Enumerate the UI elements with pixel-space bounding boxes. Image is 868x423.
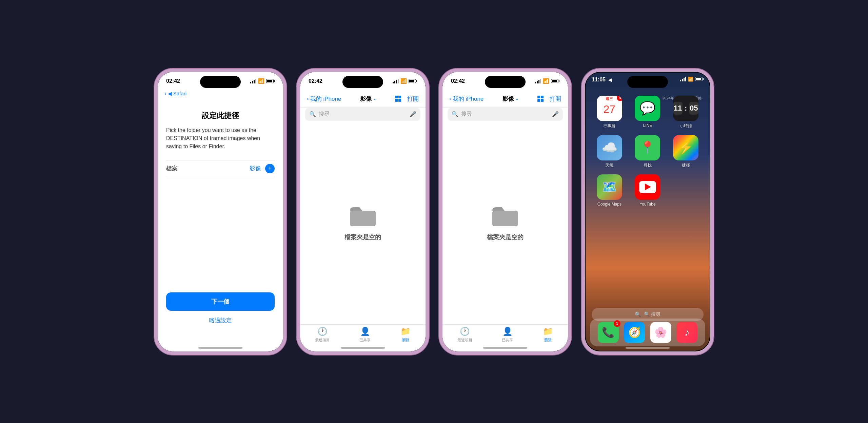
calendar-badge: 4 xyxy=(617,96,622,101)
youtube-icon[interactable] xyxy=(635,174,660,200)
photos-emoji: 🌸 xyxy=(654,326,667,338)
nav-title-2: 影像 ⌄ xyxy=(360,95,376,103)
phone-4: 11:05 ◀ 📶 2024年11月クイズ 最終 xyxy=(581,69,714,355)
weather-icon[interactable]: ☁️ xyxy=(597,135,622,160)
tab-recent-2[interactable]: 🕐 最近項目 xyxy=(315,327,330,343)
calendar-date: 27 xyxy=(597,103,622,116)
empty-folder-text-3: 檔案夾是空的 xyxy=(487,233,524,241)
folder-actions: 影像 + xyxy=(250,164,275,173)
dynamic-island-2 xyxy=(342,76,383,88)
tab-browse-3[interactable]: 📁 瀏覽 xyxy=(543,327,553,343)
time-2: 02:42 xyxy=(309,78,322,84)
search-bar-3[interactable]: 🔍 搜尋 🎤 xyxy=(448,108,563,121)
app-youtube-wrapper[interactable]: YouTube xyxy=(632,174,664,207)
wifi-icon-4: 📶 xyxy=(688,77,693,82)
time-1: 02:42 xyxy=(166,78,180,84)
location-icon-4: ◀ xyxy=(608,77,612,82)
status-icons-2: 📶 xyxy=(393,78,417,84)
folder-icon-3 xyxy=(492,204,519,228)
chevron-down-icon-2: ⌄ xyxy=(373,97,376,101)
app-weather-wrapper[interactable]: ☁️ 天氣 xyxy=(593,135,626,168)
signal-icon-4 xyxy=(680,77,686,81)
battery-icon-1 xyxy=(266,79,275,83)
home-search-icon: 🔍 xyxy=(635,311,641,318)
app-calendar-wrapper[interactable]: 週三 27 4 行事曆 xyxy=(593,96,626,129)
empty-folder-text-2: 檔案夾是空的 xyxy=(344,233,381,241)
nav-back-3[interactable]: ‹ 我的 iPhone xyxy=(449,95,484,103)
search-placeholder-3: 搜尋 xyxy=(461,111,472,118)
wifi-icon-1: 📶 xyxy=(258,78,264,84)
dock-photos-icon[interactable]: 🌸 xyxy=(650,322,671,343)
nav-right-3: 打開 xyxy=(537,95,561,103)
shortcuts-emoji: ⚡ xyxy=(678,140,693,155)
grid-view-button-2[interactable] xyxy=(395,96,401,102)
nav-title-3: 影像 ⌄ xyxy=(502,95,518,103)
tab-bar-2: 🕐 最近項目 👤 已共享 📁 瀏覽 xyxy=(300,324,426,345)
tab-recent-3[interactable]: 🕐 最近項目 xyxy=(457,327,472,343)
signal-icon-2 xyxy=(393,79,399,83)
search-bar-2[interactable]: 🔍 搜尋 🎤 xyxy=(305,108,420,121)
home-indicator-1 xyxy=(198,347,242,349)
app-find-wrapper[interactable]: 📍 尋找 xyxy=(632,135,664,168)
app-shortcuts-wrapper[interactable]: ⚡ 捷徑 xyxy=(670,135,702,168)
clock-widget[interactable]: 11 : 05 xyxy=(673,96,698,121)
nav-back-2[interactable]: ‹ 我的 iPhone xyxy=(307,95,341,103)
grid-view-button-3[interactable] xyxy=(537,96,544,102)
signal-icon-3 xyxy=(535,79,541,83)
line-icon[interactable]: 💬 xyxy=(635,96,660,121)
shortcuts-icon[interactable]: ⚡ xyxy=(673,135,698,160)
open-button-3[interactable]: 打開 xyxy=(550,95,561,103)
chevron-left-icon-1: ‹ xyxy=(164,90,166,97)
line-text: 💬 xyxy=(639,102,655,115)
tab-shared-2[interactable]: 👤 已共享 xyxy=(359,327,371,343)
dock-4: 📞 1 🧭 🌸 ♪ xyxy=(590,319,705,346)
folder-label: 檔案 xyxy=(166,165,178,172)
open-button-2[interactable]: 打開 xyxy=(407,95,419,103)
home-indicator-2 xyxy=(341,347,385,349)
clock-colon: : xyxy=(685,104,687,113)
svg-rect-0 xyxy=(350,211,376,226)
dynamic-island-1 xyxy=(200,76,241,88)
battery-icon-4 xyxy=(695,77,704,81)
weather-emoji: ☁️ xyxy=(601,140,617,155)
app-line-wrapper[interactable]: 💬 LINE xyxy=(632,96,664,129)
home-indicator-3 xyxy=(483,347,527,349)
clock-label: 小時鐘 xyxy=(680,123,692,129)
folder-action-images[interactable]: 影像 xyxy=(250,165,261,172)
search-icon-3: 🔍 xyxy=(452,111,458,117)
next-button[interactable]: 下一個 xyxy=(166,292,275,311)
svg-rect-1 xyxy=(492,211,518,226)
battery-icon-2 xyxy=(409,79,417,83)
app-maps-wrapper[interactable]: 🗺️ Google Maps xyxy=(593,174,626,207)
calendar-icon[interactable]: 週三 27 4 xyxy=(597,96,622,121)
nav-bar-2: ‹ 我的 iPhone 影像 ⌄ 打開 xyxy=(300,90,426,108)
dock-music-icon[interactable]: ♪ xyxy=(676,322,697,343)
phone-1: 02:42 📶 xyxy=(154,69,287,355)
folder-icon-2 xyxy=(349,204,376,228)
chevron-down-icon-3: ⌄ xyxy=(515,97,518,101)
clock-widget-wrapper[interactable]: 11 : 05 小時鐘 xyxy=(670,96,702,129)
back-button-1[interactable]: ‹ ◀ Safari xyxy=(164,90,186,97)
find-icon[interactable]: 📍 xyxy=(635,135,660,160)
dock-phone-icon[interactable]: 📞 1 xyxy=(598,322,619,343)
chevron-left-icon-3: ‹ xyxy=(449,95,451,102)
tab-browse-2[interactable]: 📁 瀏覽 xyxy=(400,327,411,343)
search-placeholder-2: 搜尋 xyxy=(319,111,330,118)
skip-link[interactable]: 略過設定 xyxy=(158,316,283,324)
browse-tab-icon-3: 📁 xyxy=(543,327,553,336)
clock-minutes: 05 xyxy=(689,102,698,115)
empty-folder-area-2: 檔案夾是空的 xyxy=(300,121,426,324)
tab-shared-3[interactable]: 👤 已共享 xyxy=(502,327,513,343)
shortcuts-label: 捷徑 xyxy=(682,162,690,168)
clock-hours: 11 xyxy=(673,102,683,115)
add-folder-button[interactable]: + xyxy=(265,164,275,173)
dynamic-island-4 xyxy=(627,76,668,88)
search-icon-2: 🔍 xyxy=(309,111,316,117)
dynamic-island-3 xyxy=(485,76,526,88)
dock-safari-icon[interactable]: 🧭 xyxy=(624,322,645,343)
youtube-label: YouTube xyxy=(639,202,655,207)
line-label: LINE xyxy=(643,123,652,128)
phone-2: 02:42 📶 xyxy=(297,69,429,355)
maps-icon[interactable]: 🗺️ xyxy=(597,174,622,200)
phone-emoji: 📞 xyxy=(602,326,614,338)
